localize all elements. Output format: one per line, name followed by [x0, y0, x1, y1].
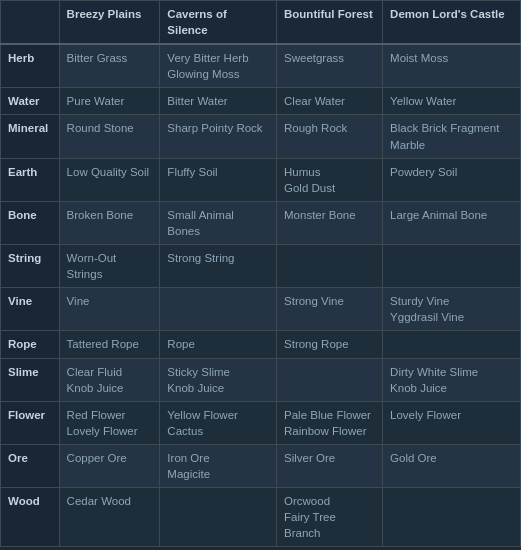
table-row: OreCopper OreIron OreMagiciteSilver OreG… [1, 444, 521, 487]
data-cell: Sharp Pointy Rock [160, 115, 277, 158]
col-header-breezy: Breezy Plains [59, 1, 160, 45]
data-cell: Red FlowerLovely Flower [59, 401, 160, 444]
category-cell: Flower [1, 401, 60, 444]
data-cell [160, 488, 277, 547]
data-cell: Rough Rock [277, 115, 383, 158]
data-cell: Large Animal Bone [383, 201, 521, 244]
table-row: RopeTattered RopeRopeStrong Rope [1, 331, 521, 358]
data-cell: Tattered Rope [59, 331, 160, 358]
data-cell: Strong Rope [277, 331, 383, 358]
category-cell: Herb [1, 44, 60, 88]
data-cell [383, 245, 521, 288]
data-cell [383, 331, 521, 358]
category-cell: Bone [1, 201, 60, 244]
data-cell: Gold Ore [383, 444, 521, 487]
resource-table: Breezy Plains Caverns of Silence Bountif… [0, 0, 521, 547]
data-cell: Clear Water [277, 88, 383, 115]
data-cell: OrcwoodFairy Tree Branch [277, 488, 383, 547]
data-cell: Very Bitter HerbGlowing Moss [160, 44, 277, 88]
table-row: EarthLow Quality SoilFluffy SoilHumusGol… [1, 158, 521, 201]
table-row: VineVineStrong VineSturdy VineYggdrasil … [1, 288, 521, 331]
data-cell: Strong Vine [277, 288, 383, 331]
data-cell: Monster Bone [277, 201, 383, 244]
category-cell: Ore [1, 444, 60, 487]
table-row: BoneBroken BoneSmall Animal BonesMonster… [1, 201, 521, 244]
data-cell: Worn-Out Strings [59, 245, 160, 288]
data-cell: Pure Water [59, 88, 160, 115]
data-cell: Dirty White SlimeKnob Juice [383, 358, 521, 401]
data-cell: Rope [160, 331, 277, 358]
data-cell: Powdery Soil [383, 158, 521, 201]
data-cell: Silver Ore [277, 444, 383, 487]
category-cell: Vine [1, 288, 60, 331]
data-cell: Moist Moss [383, 44, 521, 88]
table-row: SlimeClear FluidKnob JuiceSticky SlimeKn… [1, 358, 521, 401]
category-cell: Earth [1, 158, 60, 201]
data-cell: Broken Bone [59, 201, 160, 244]
data-cell: Yellow FlowerCactus [160, 401, 277, 444]
category-cell: Slime [1, 358, 60, 401]
data-cell: Fluffy Soil [160, 158, 277, 201]
data-cell: Strong String [160, 245, 277, 288]
data-cell: Lovely Flower [383, 401, 521, 444]
data-cell: Pale Blue FlowerRainbow Flower [277, 401, 383, 444]
data-cell: Yellow Water [383, 88, 521, 115]
table-row: WaterPure WaterBitter WaterClear WaterYe… [1, 88, 521, 115]
category-cell: Rope [1, 331, 60, 358]
table-row: FlowerRed FlowerLovely FlowerYellow Flow… [1, 401, 521, 444]
category-cell: Wood [1, 488, 60, 547]
data-cell: Bitter Grass [59, 44, 160, 88]
data-cell: Clear FluidKnob Juice [59, 358, 160, 401]
data-cell: Cedar Wood [59, 488, 160, 547]
data-cell: Low Quality Soil [59, 158, 160, 201]
data-cell: Round Stone [59, 115, 160, 158]
data-cell: Copper Ore [59, 444, 160, 487]
data-cell [277, 358, 383, 401]
data-cell: Iron OreMagicite [160, 444, 277, 487]
data-cell: Black Brick FragmentMarble [383, 115, 521, 158]
category-cell: Water [1, 88, 60, 115]
col-header-category [1, 1, 60, 45]
data-cell: HumusGold Dust [277, 158, 383, 201]
data-cell: Sticky SlimeKnob Juice [160, 358, 277, 401]
table-row: HerbBitter GrassVery Bitter HerbGlowing … [1, 44, 521, 88]
data-cell: Small Animal Bones [160, 201, 277, 244]
col-header-forest: Bountiful Forest [277, 1, 383, 45]
category-cell: Mineral [1, 115, 60, 158]
data-cell [160, 288, 277, 331]
data-cell: Sweetgrass [277, 44, 383, 88]
col-header-caverns: Caverns of Silence [160, 1, 277, 45]
data-cell: Vine [59, 288, 160, 331]
table-row: MineralRound StoneSharp Pointy RockRough… [1, 115, 521, 158]
data-cell [277, 245, 383, 288]
col-header-demon: Demon Lord's Castle [383, 1, 521, 45]
category-cell: String [1, 245, 60, 288]
data-cell: Bitter Water [160, 88, 277, 115]
table-row: WoodCedar WoodOrcwoodFairy Tree Branch [1, 488, 521, 547]
data-cell: Sturdy VineYggdrasil Vine [383, 288, 521, 331]
data-cell [383, 488, 521, 547]
table-row: StringWorn-Out StringsStrong String [1, 245, 521, 288]
